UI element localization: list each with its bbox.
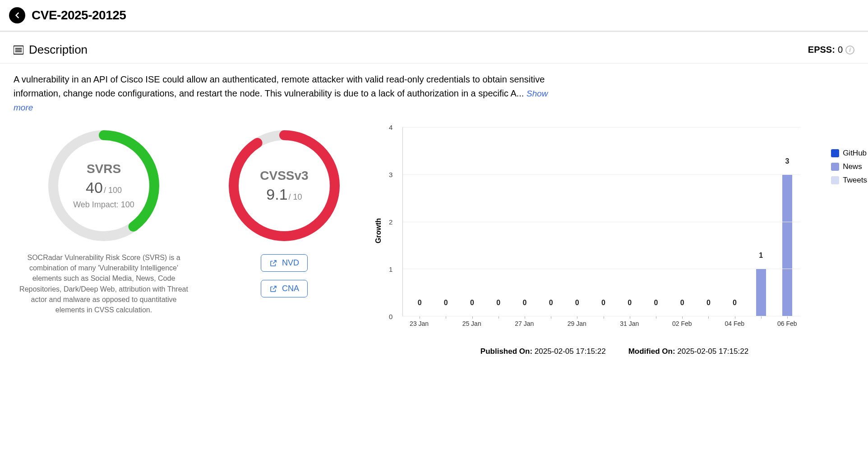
bar-value-label: 0 <box>680 299 684 307</box>
bar-value-label: 0 <box>418 299 422 307</box>
dates-row: Published On: 2025-02-05 17:15:22 Modifi… <box>480 347 748 356</box>
svrs-panel: SVRS 40 / 100 Web Impact: 100 SOCRadar V… <box>14 123 194 315</box>
bar-value-label: 0 <box>444 299 448 307</box>
cvss-score: 9.1 / 10 <box>266 186 302 203</box>
cvss-value: 9.1 <box>266 186 287 203</box>
cvss-ring: CVSSv3 9.1 / 10 <box>226 127 343 244</box>
y-axis-label: Growth <box>374 218 383 243</box>
svrs-caption: SOCRadar Vulnerability Risk Score (SVRS)… <box>18 252 189 315</box>
x-axis: 23 Jan24 Jan25 Jan26 Jan27 Jan28 Jan29 J… <box>402 316 800 339</box>
bar-value-label: 0 <box>549 299 553 307</box>
y-tick: 4 <box>389 123 392 131</box>
bar[interactable] <box>756 269 766 316</box>
nvd-link[interactable]: NVD <box>261 254 308 272</box>
description-text: A vulnerability in an API of Cisco ISE c… <box>0 64 564 118</box>
section-title: Description <box>29 43 88 57</box>
description-content: A vulnerability in an API of Cisco ISE c… <box>14 74 545 98</box>
x-tick: 29 Jan <box>564 320 590 339</box>
legend-item[interactable]: GitHub <box>831 149 867 158</box>
arrow-left-icon <box>13 11 22 20</box>
growth-chart: Growth 01234 000000000000013 23 Jan24 Ja… <box>374 123 800 339</box>
cvss-label: CVSSv3 <box>260 169 308 183</box>
bar-value-label: 0 <box>733 299 737 307</box>
plot-area: 01234 000000000000013 23 Jan24 Jan25 Jan… <box>384 123 800 339</box>
list-icon <box>14 46 23 55</box>
published-value: 2025-02-05 17:15:22 <box>535 347 606 356</box>
x-tick: 02 Feb <box>669 320 695 339</box>
x-tick: 04 Feb <box>721 320 748 339</box>
x-tick: 06 Feb <box>774 320 800 339</box>
svrs-center: SVRS 40 / 100 Web Impact: 100 <box>45 127 162 244</box>
published-label: Published On: <box>480 347 532 356</box>
cna-link[interactable]: CNA <box>261 280 308 297</box>
epss-value: 0 <box>838 45 843 55</box>
modified-date: Modified On: 2025-02-05 17:15:22 <box>628 347 748 356</box>
growth-chart-panel: Growth 01234 000000000000013 23 Jan24 Ja… <box>374 123 854 356</box>
legend-swatch <box>831 176 839 184</box>
bar-value-label: 0 <box>496 299 500 307</box>
svrs-max: / 100 <box>104 186 122 195</box>
back-button[interactable] <box>9 7 25 23</box>
legend-label: News <box>843 162 862 171</box>
description-title-group: Description <box>14 43 88 57</box>
y-tick: 3 <box>389 171 392 178</box>
bar-value-label: 0 <box>654 299 658 307</box>
svrs-ring: SVRS 40 / 100 Web Impact: 100 <box>45 127 162 244</box>
epss-label: EPSS: <box>808 45 835 55</box>
y-tick: 1 <box>389 265 392 273</box>
legend-item[interactable]: News <box>831 162 867 171</box>
plot-inner: 000000000000013 <box>402 127 800 316</box>
legend-label: GitHub <box>843 149 867 158</box>
bar-value-label: 0 <box>628 299 632 307</box>
svrs-score: 40 / 100 <box>86 179 122 196</box>
modified-value: 2025-02-05 17:15:22 <box>677 347 748 356</box>
bar-value-label: 0 <box>575 299 579 307</box>
bar-value-label: 0 <box>470 299 474 307</box>
modified-label: Modified On: <box>628 347 675 356</box>
external-links: NVD CNA <box>261 254 308 297</box>
cna-label: CNA <box>282 284 299 293</box>
external-link-icon <box>269 285 277 293</box>
bar-value-label: 1 <box>759 251 763 260</box>
y-tick: 0 <box>389 313 392 320</box>
svrs-value: 40 <box>86 179 103 196</box>
bar[interactable] <box>782 174 792 316</box>
x-tick: 25 Jan <box>459 320 485 339</box>
x-tick: 31 Jan <box>616 320 642 339</box>
title-bar: CVE-2025-20125 <box>0 0 868 32</box>
legend-item[interactable]: Tweets <box>831 176 867 185</box>
legend-label: Tweets <box>843 176 867 185</box>
svrs-label: SVRS <box>87 162 121 176</box>
svrs-web-impact: Web Impact: 100 <box>73 200 134 210</box>
bar-value-label: 0 <box>522 299 526 307</box>
dashboard-row: SVRS 40 / 100 Web Impact: 100 SOCRadar V… <box>0 118 868 356</box>
x-tick: 23 Jan <box>406 320 432 339</box>
cvss-panel: CVSSv3 9.1 / 10 NVD CNA <box>199 123 370 297</box>
epss-score: EPSS: 0 i <box>808 45 854 55</box>
nvd-label: NVD <box>282 258 299 268</box>
published-date: Published On: 2025-02-05 17:15:22 <box>480 347 606 356</box>
x-tick: 27 Jan <box>511 320 537 339</box>
bar-value-label: 0 <box>706 299 711 307</box>
page-title: CVE-2025-20125 <box>32 8 126 23</box>
external-link-icon <box>269 259 277 267</box>
legend-swatch <box>831 163 839 171</box>
chart-wrap: Growth 01234 000000000000013 23 Jan24 Ja… <box>374 123 854 339</box>
cvss-center: CVSSv3 9.1 / 10 <box>226 127 343 244</box>
chart-legend: GitHubNewsTweets <box>831 149 867 185</box>
description-header: Description EPSS: 0 i <box>0 32 868 64</box>
legend-swatch <box>831 149 839 157</box>
cvss-max: / 10 <box>289 192 302 202</box>
bar-value-label: 0 <box>601 299 605 307</box>
y-tick: 2 <box>389 218 392 226</box>
bar-value-label: 3 <box>785 157 789 165</box>
info-icon[interactable]: i <box>845 46 854 55</box>
